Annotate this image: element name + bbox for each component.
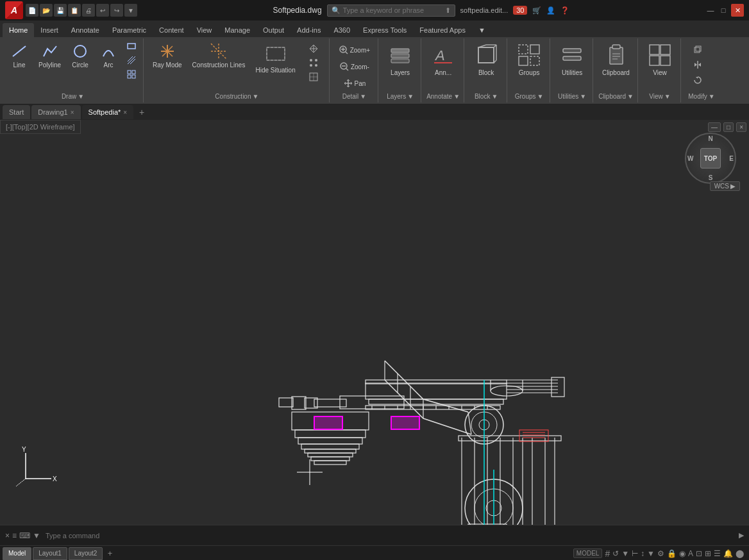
- tab-home[interactable]: Home: [3, 23, 34, 37]
- utilities-expand-icon[interactable]: ▼: [580, 93, 586, 100]
- move-icon-btn[interactable]: [302, 42, 325, 55]
- transform-icon-btn[interactable]: [302, 56, 325, 69]
- clipboard-button[interactable]: Clipboard: [598, 40, 634, 79]
- draw-expand-icon[interactable]: ▼: [78, 93, 84, 100]
- tab-extra[interactable]: ▼: [472, 23, 492, 37]
- annotation-icon[interactable]: A: [688, 549, 693, 558]
- layers-button[interactable]: Layers: [383, 40, 417, 79]
- close-viewport-btn[interactable]: ×: [736, 122, 746, 132]
- tab-parametric[interactable]: Parametric: [106, 23, 153, 37]
- save-as-icon[interactable]: 📋: [68, 4, 81, 17]
- detail-expand-icon[interactable]: ▼: [360, 93, 366, 100]
- print-icon[interactable]: 🖨: [82, 4, 95, 17]
- annotate-expand-icon[interactable]: ▼: [453, 93, 460, 100]
- settings-gear-icon[interactable]: ⚙: [657, 549, 664, 558]
- layout-tab-layout2[interactable]: Layout2: [69, 547, 103, 560]
- doc-tab-drawing1[interactable]: Drawing1 ×: [31, 105, 80, 119]
- status-extra-3[interactable]: 🔔: [723, 549, 733, 558]
- grid-toggle-icon[interactable]: #: [605, 548, 610, 559]
- model-space-btn[interactable]: MODEL: [573, 548, 603, 558]
- zoom-out-btn[interactable]: Zoom-: [335, 59, 374, 74]
- construction-lines-button[interactable]: Construction Lines: [189, 40, 249, 71]
- cart-icon[interactable]: 🛒: [532, 6, 541, 15]
- tab-output[interactable]: Output: [257, 23, 290, 37]
- restore-viewport-btn[interactable]: □: [723, 122, 734, 132]
- minimize-viewport-btn[interactable]: —: [708, 122, 721, 132]
- layout-tab-model[interactable]: Model: [3, 547, 31, 560]
- save-icon[interactable]: 💾: [54, 4, 67, 17]
- workspace-icon[interactable]: ⊡: [696, 549, 702, 558]
- isolate-icon[interactable]: ◉: [679, 549, 686, 558]
- status-extra-4[interactable]: ⬤: [736, 549, 744, 558]
- tab-annotate[interactable]: Annotate: [65, 23, 106, 37]
- close-drawing1-icon[interactable]: ×: [71, 109, 74, 116]
- modify-btn-1[interactable]: [686, 42, 709, 56]
- hatch-button[interactable]: [124, 54, 139, 67]
- more-icon[interactable]: ▼: [124, 4, 137, 17]
- block-expand-icon[interactable]: ▼: [491, 93, 498, 100]
- modify-btn-3[interactable]: [686, 73, 709, 87]
- viewport-header[interactable]: [-][Top][2D Wireframe]: [0, 120, 81, 134]
- cmd-scroll-btn[interactable]: ▶: [739, 531, 744, 539]
- modify-expand-icon[interactable]: ▼: [709, 93, 715, 100]
- arc-button[interactable]: Arc: [96, 40, 121, 71]
- snap-dropdown-icon[interactable]: ▼: [621, 549, 629, 558]
- app-logo[interactable]: A: [5, 1, 23, 19]
- groups-expand-icon[interactable]: ▼: [537, 93, 544, 100]
- cmd-dropdown-icon[interactable]: ▼: [33, 531, 40, 540]
- undo-icon[interactable]: ↩: [96, 4, 109, 17]
- pan-btn[interactable]: Pan: [335, 76, 374, 91]
- rectangle-button[interactable]: [124, 40, 139, 53]
- tab-featured[interactable]: Featured Apps: [413, 23, 472, 37]
- command-input[interactable]: [46, 532, 734, 539]
- cmd-panel-icon[interactable]: ≡: [12, 531, 17, 540]
- tab-content[interactable]: Content: [153, 23, 190, 37]
- modify-btn-2[interactable]: [686, 58, 709, 72]
- tab-insert[interactable]: Insert: [34, 23, 65, 37]
- hide-situation-button[interactable]: Hide Situation: [251, 40, 299, 76]
- zoom-in-btn[interactable]: Zoom+: [335, 42, 374, 58]
- annotate-button[interactable]: A Ann...: [426, 40, 460, 79]
- new-file-icon[interactable]: 📄: [26, 4, 38, 17]
- tab-addins[interactable]: Add-ins: [290, 23, 327, 37]
- clipboard-expand-icon[interactable]: ▼: [627, 93, 634, 100]
- add-layout-button[interactable]: +: [104, 548, 115, 559]
- doc-tab-start[interactable]: Start: [3, 105, 30, 119]
- circle-button[interactable]: Circle: [67, 40, 93, 71]
- polar-icon[interactable]: ↕: [641, 549, 644, 558]
- wcs-label[interactable]: WCS ▶: [710, 181, 740, 191]
- doc-tab-softpedia[interactable]: Softpedia* ×: [82, 105, 134, 119]
- tab-a360[interactable]: A360: [327, 23, 357, 37]
- tab-manage[interactable]: Manage: [218, 23, 257, 37]
- search-input[interactable]: [343, 6, 445, 14]
- pattern-button[interactable]: [124, 68, 139, 81]
- view-expand-icon[interactable]: ▼: [664, 93, 671, 100]
- groups-button[interactable]: Groups: [512, 40, 546, 79]
- layers-expand-icon[interactable]: ▼: [407, 93, 414, 100]
- line-button[interactable]: Line: [6, 40, 32, 71]
- search-box[interactable]: 🔍 ⬆: [327, 4, 455, 17]
- polyline-button[interactable]: Polyline: [35, 40, 65, 71]
- osnap-dropdown-icon[interactable]: ▼: [647, 549, 655, 558]
- ortho-icon[interactable]: ⊢: [632, 549, 638, 558]
- close-softpedia-icon[interactable]: ×: [123, 109, 127, 116]
- redo-icon[interactable]: ↪: [110, 4, 123, 17]
- utilities-button[interactable]: Utilities: [555, 40, 589, 79]
- status-extra-1[interactable]: ⊞: [705, 549, 711, 558]
- cmd-keyboard-icon[interactable]: ⌨: [19, 531, 30, 540]
- compass-top-button[interactable]: TOP: [700, 148, 721, 169]
- user-icon[interactable]: 👤: [546, 6, 555, 15]
- snap-icon-btn[interactable]: [302, 70, 325, 83]
- block-button[interactable]: Block: [469, 40, 503, 79]
- maximize-button[interactable]: □: [718, 5, 728, 15]
- lock-icon[interactable]: 🔒: [667, 549, 677, 558]
- close-button[interactable]: ✕: [731, 4, 744, 17]
- layout-tab-layout1[interactable]: Layout1: [33, 547, 67, 560]
- ray-mode-button[interactable]: Ray Mode: [149, 40, 186, 71]
- tab-view[interactable]: View: [190, 23, 219, 37]
- minimize-button[interactable]: —: [705, 5, 716, 15]
- help-icon[interactable]: ❓: [560, 6, 569, 15]
- construction-expand-icon[interactable]: ▼: [252, 93, 258, 100]
- open-icon[interactable]: 📂: [40, 4, 53, 17]
- snap-rotate-icon[interactable]: ↺: [612, 549, 619, 558]
